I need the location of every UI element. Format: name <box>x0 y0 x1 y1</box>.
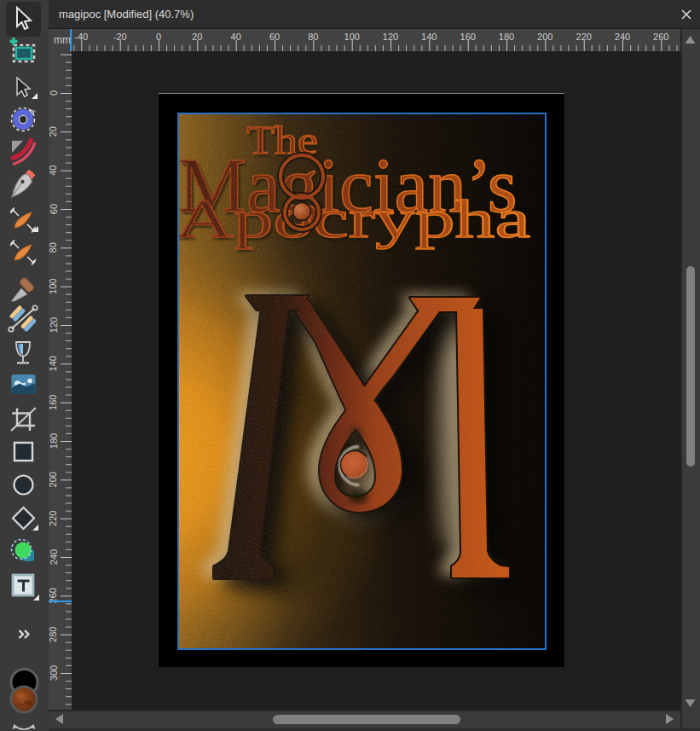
svg-text:40: 40 <box>49 165 59 176</box>
svg-text:80: 80 <box>308 32 318 42</box>
svg-text:40: 40 <box>231 32 241 42</box>
svg-text:220: 220 <box>576 32 592 42</box>
svg-text:20: 20 <box>49 126 59 136</box>
svg-text:0: 0 <box>156 32 161 42</box>
svg-text:100: 100 <box>49 279 59 294</box>
svg-text:mm: mm <box>54 34 71 46</box>
svg-text:120: 120 <box>49 317 59 333</box>
svg-text:60: 60 <box>49 204 59 214</box>
svg-text:-20: -20 <box>113 32 127 42</box>
svg-text:240: 240 <box>49 549 59 565</box>
svg-text:0: 0 <box>49 90 59 96</box>
svg-text:60: 60 <box>269 32 280 42</box>
svg-text:220: 220 <box>49 511 59 526</box>
svg-text:160: 160 <box>49 395 59 410</box>
svg-text:140: 140 <box>421 32 437 42</box>
svg-text:80: 80 <box>49 242 59 252</box>
svg-text:20: 20 <box>192 32 202 42</box>
svg-text:260: 260 <box>653 32 668 42</box>
svg-text:300: 300 <box>49 665 59 681</box>
svg-text:100: 100 <box>344 32 360 42</box>
svg-text:180: 180 <box>499 32 514 42</box>
svg-text:-40: -40 <box>74 32 88 42</box>
svg-text:200: 200 <box>49 472 59 487</box>
svg-text:140: 140 <box>49 356 59 371</box>
svg-text:280: 280 <box>49 627 59 642</box>
svg-text:160: 160 <box>460 32 476 42</box>
svg-text:200: 200 <box>537 32 552 42</box>
svg-text:240: 240 <box>615 32 630 42</box>
svg-text:180: 180 <box>49 433 59 449</box>
svg-text:120: 120 <box>383 32 398 42</box>
